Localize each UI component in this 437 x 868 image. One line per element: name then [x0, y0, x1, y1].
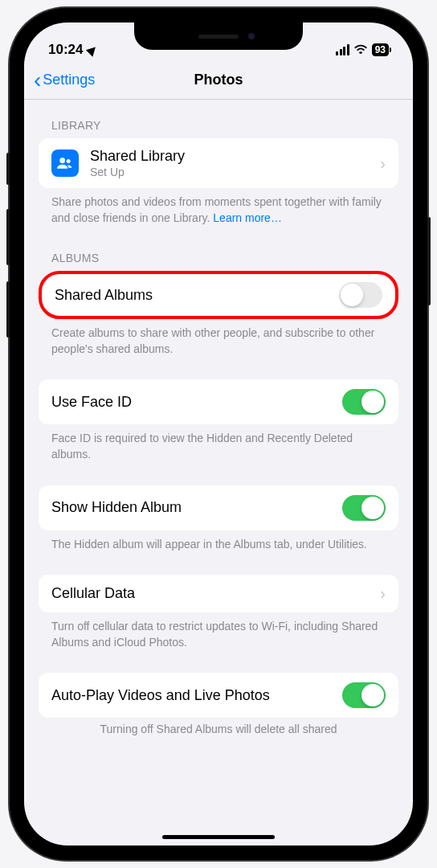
autoplay-toggle[interactable] [342, 682, 386, 708]
learn-more-link[interactable]: Learn more… [213, 211, 282, 224]
library-footer: Share photos and videos from moments spe… [39, 188, 398, 232]
shared-albums-title: Shared Albums [55, 287, 339, 304]
location-icon [86, 43, 99, 56]
battery-icon: 93 [372, 43, 389, 56]
wifi-icon [353, 42, 368, 58]
cellular-title: Cellular Data [51, 585, 380, 602]
back-button[interactable]: ‹ Settings [34, 69, 95, 92]
cellular-footer: Turn off cellular data to restrict updat… [39, 612, 398, 657]
faceid-toggle[interactable] [342, 389, 386, 415]
shared-library-cell[interactable]: Shared Library Set Up › [39, 138, 398, 188]
faceid-title: Use Face ID [51, 394, 342, 411]
status-time: 10:24 [48, 42, 83, 58]
section-header-library: LIBRARY [39, 100, 398, 138]
hidden-footer: The Hidden album will appear in the Albu… [39, 530, 398, 559]
shared-albums-toggle[interactable] [339, 282, 382, 308]
albums-footer: Create albums to share with other people… [39, 319, 398, 363]
chevron-right-icon: › [380, 584, 386, 603]
use-faceid-cell[interactable]: Use Face ID [39, 379, 398, 424]
section-header-albums: ALBUMS [39, 232, 398, 271]
shared-library-title: Shared Library [90, 148, 380, 165]
screen: 10:24 93 ‹ Settings Photos [24, 23, 413, 845]
device-frame: 10:24 93 ‹ Settings Photos [10, 8, 427, 860]
autoplay-cell[interactable]: Auto-Play Videos and Live Photos [39, 673, 398, 718]
cellular-signal-icon [336, 44, 349, 55]
autoplay-footer: Turning off Shared Albums will delete al… [39, 718, 398, 740]
svg-point-0 [59, 158, 65, 163]
faceid-footer: Face ID is required to view the Hidden a… [39, 424, 398, 469]
chevron-left-icon: ‹ [34, 69, 41, 92]
shared-albums-cell[interactable]: Shared Albums [39, 271, 398, 319]
people-icon [51, 149, 79, 177]
show-hidden-cell[interactable]: Show Hidden Album [39, 485, 398, 530]
page-title: Photos [194, 72, 243, 88]
back-label: Settings [43, 72, 95, 88]
autoplay-title: Auto-Play Videos and Live Photos [51, 687, 342, 704]
notch [134, 23, 303, 50]
content-scroll[interactable]: LIBRARY Shared Library Set Up › Share ph… [24, 100, 413, 845]
chevron-right-icon: › [380, 154, 386, 173]
svg-point-1 [67, 159, 71, 163]
hidden-title: Show Hidden Album [51, 499, 342, 516]
hidden-toggle[interactable] [342, 495, 386, 521]
home-indicator[interactable] [162, 835, 275, 839]
cellular-data-cell[interactable]: Cellular Data › [39, 575, 398, 612]
shared-library-subtitle: Set Up [90, 166, 380, 178]
nav-bar: ‹ Settings Photos [24, 61, 413, 100]
